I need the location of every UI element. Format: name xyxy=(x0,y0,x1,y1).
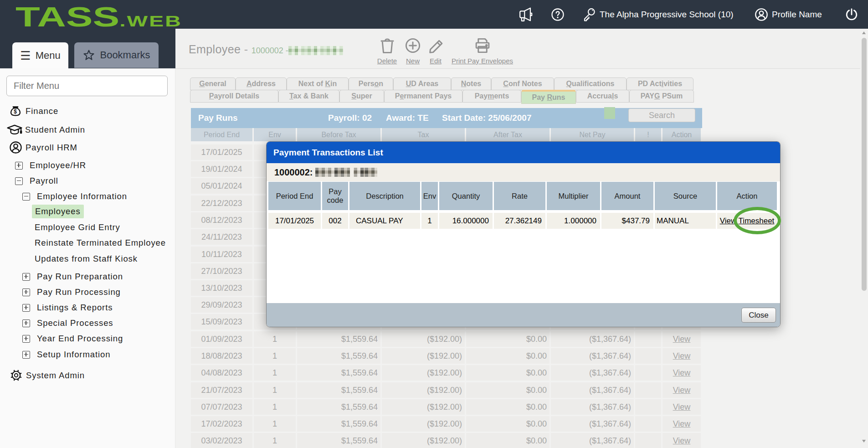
svg-text:$: $ xyxy=(14,108,17,115)
